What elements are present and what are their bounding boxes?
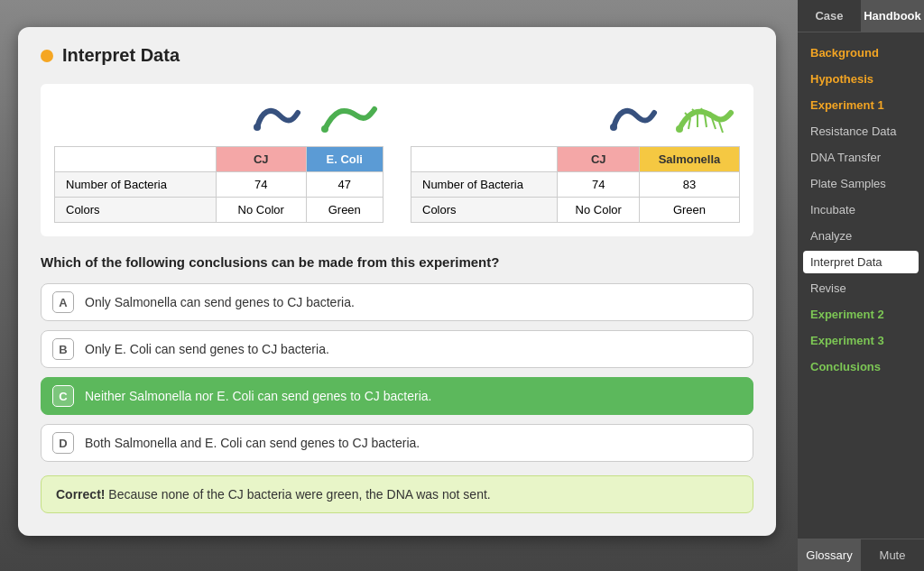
bacteria-icon-cj1 (239, 97, 311, 143)
bacteria-icon-cj2 (596, 97, 668, 143)
table-row: Colors No Color Green (411, 198, 740, 223)
mute-button[interactable]: Mute (861, 539, 924, 571)
bacteria-icon-salmonella (668, 97, 740, 143)
choice-b-letter: B (52, 338, 74, 360)
svg-line-8 (719, 122, 723, 133)
choice-d-text: Both Salmonella and E. Coli can send gen… (85, 436, 420, 450)
svg-point-1 (321, 125, 328, 133)
panel-dot (41, 50, 53, 62)
tab-handbook[interactable]: Handbook (861, 0, 924, 32)
row2-cj-1: No Color (216, 198, 306, 223)
row1-cj-1: 74 (216, 172, 306, 198)
choice-d[interactable]: D Both Salmonella and E. Coli can send g… (41, 424, 753, 462)
svg-point-0 (254, 124, 261, 131)
choice-b-text: Only E. Coli can send genes to CJ bacter… (85, 342, 329, 356)
sidebar-bottom: Glossary Mute (798, 539, 924, 571)
feedback-box: Correct! Because none of the CJ bacteria… (41, 475, 753, 513)
row1-cj-2: 74 (558, 172, 639, 198)
sidebar-item-conclusions[interactable]: Conclusions (798, 354, 924, 380)
sidebar-item-plate-samples[interactable]: Plate Samples (798, 170, 924, 197)
sidebar-item-experiment2[interactable]: Experiment 2 (798, 301, 924, 327)
choice-a-text: Only Salmonella can send genes to CJ bac… (85, 295, 355, 309)
th-empty-1 (55, 147, 217, 172)
row2-ecoli: Green (306, 198, 383, 223)
th-empty-2 (411, 147, 558, 172)
panel-title: Interpret Data (62, 45, 180, 66)
table-row: Number of Bacteria 74 83 (411, 172, 740, 198)
tables-area: CJ E. Coli Number of Bacteria 74 47 Colo… (41, 84, 753, 236)
feedback-bold: Correct! (56, 487, 105, 502)
th-cj-2: CJ (558, 147, 639, 172)
row1-label-1: Number of Bacteria (55, 172, 217, 198)
choice-a[interactable]: A Only Salmonella can send genes to CJ b… (41, 283, 753, 321)
main-content: Interpret Data (0, 0, 798, 571)
row2-label-2: Colors (411, 198, 558, 223)
table-row: Colors No Color Green (55, 198, 383, 223)
svg-line-4 (688, 118, 690, 129)
sidebar-item-interpret-data[interactable]: Interpret Data (803, 251, 919, 273)
experiment-table-1: CJ E. Coli Number of Bacteria 74 47 Colo… (54, 97, 383, 223)
sidebar-nav: Background Hypothesis Experiment 1 Resis… (798, 32, 924, 539)
question-text: Which of the following conclusions can b… (41, 254, 753, 270)
choice-c-letter: C (52, 385, 74, 407)
row2-cj-2: No Color (558, 198, 639, 223)
row2-salmonella: Green (639, 198, 739, 223)
sidebar-tabs: Case Handbook (798, 0, 924, 32)
th-cj-1: CJ (216, 147, 306, 172)
choice-a-letter: A (52, 291, 74, 313)
glossary-button[interactable]: Glossary (798, 539, 861, 571)
sidebar-item-analyze[interactable]: Analyze (798, 223, 924, 249)
sidebar-item-experiment1[interactable]: Experiment 1 (798, 92, 924, 118)
th-ecoli: E. Coli (306, 147, 383, 172)
bacteria-icon-ecoli (311, 97, 383, 143)
sidebar-item-resistance-data[interactable]: Resistance Data (798, 118, 924, 144)
table-1: CJ E. Coli Number of Bacteria 74 47 Colo… (54, 146, 383, 223)
sidebar-item-dna-transfer[interactable]: DNA Transfer (798, 144, 924, 170)
row1-salmonella: 83 (639, 172, 739, 198)
svg-point-3 (676, 125, 683, 133)
sidebar: Case Handbook Background Hypothesis Expe… (798, 0, 924, 571)
choice-c-text: Neither Salmonella nor E. Coli can send … (85, 389, 431, 403)
row1-ecoli: 47 (306, 172, 383, 198)
row2-label-1: Colors (55, 198, 217, 223)
sidebar-item-hypothesis[interactable]: Hypothesis (798, 66, 924, 92)
table-row: Number of Bacteria 74 47 (55, 172, 383, 198)
experiment-table-2: CJ Salmonella Number of Bacteria 74 83 C… (411, 97, 740, 223)
sidebar-item-background[interactable]: Background (798, 40, 924, 66)
sidebar-item-experiment3[interactable]: Experiment 3 (798, 327, 924, 354)
sidebar-item-incubate[interactable]: Incubate (798, 197, 924, 223)
th-salmonella: Salmonella (639, 147, 739, 172)
sidebar-item-revise[interactable]: Revise (798, 275, 924, 301)
choices-list: A Only Salmonella can send genes to CJ b… (41, 283, 753, 462)
choice-b[interactable]: B Only E. Coli can send genes to CJ bact… (41, 330, 753, 368)
panel-header: Interpret Data (41, 45, 753, 66)
tab-case[interactable]: Case (798, 0, 861, 32)
row1-label-2: Number of Bacteria (411, 172, 558, 198)
choice-d-letter: D (52, 432, 74, 454)
choice-c[interactable]: C Neither Salmonella nor E. Coli can sen… (41, 377, 753, 415)
interpret-data-panel: Interpret Data (18, 27, 776, 536)
feedback-text: Because none of the CJ bacteria were gre… (105, 487, 490, 502)
svg-line-6 (705, 115, 707, 127)
table-2: CJ Salmonella Number of Bacteria 74 83 C… (411, 146, 740, 223)
svg-point-2 (610, 124, 617, 131)
